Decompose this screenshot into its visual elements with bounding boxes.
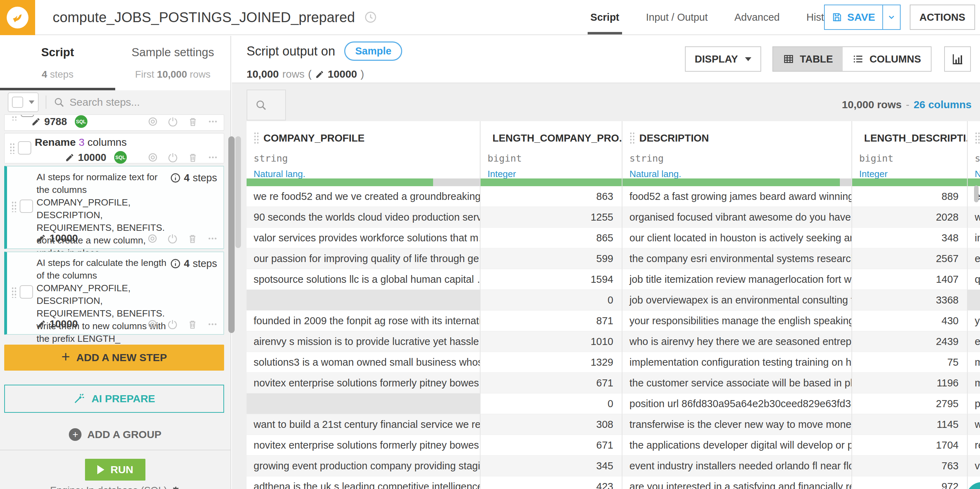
cell[interactable]: 972 xyxy=(852,476,968,489)
step-card-ai-length[interactable]: AI steps for calculate the length of the… xyxy=(4,252,224,335)
cell[interactable]: novitex enterprise solutions formerly pi… xyxy=(247,435,480,456)
cell[interactable]: food52 a fast growing james beard award … xyxy=(622,186,852,207)
step-checkbox[interactable] xyxy=(20,199,33,213)
table-view-button[interactable]: TABLE xyxy=(773,47,843,71)
cell[interactable]: 871 xyxy=(480,311,622,331)
cell[interactable]: ec xyxy=(968,248,980,269)
cell[interactable]: 308 xyxy=(480,414,622,435)
cell[interactable]: yo xyxy=(968,311,980,331)
cell[interactable]: growing event production company providi… xyxy=(247,456,480,476)
cell[interactable]: your responsibilities manage the english… xyxy=(622,311,852,331)
cell[interactable] xyxy=(968,290,980,311)
cell[interactable]: solutions3 is a woman owned small busine… xyxy=(247,352,480,373)
step-card-ai-normalize[interactable]: AI steps for normalize text for the colu… xyxy=(4,166,224,249)
cell[interactable]: 1704 xyxy=(852,435,968,456)
disable-step-icon[interactable] xyxy=(167,152,178,162)
cell[interactable]: 889 xyxy=(852,186,968,207)
cell[interactable]: 763 xyxy=(852,456,968,476)
cell[interactable]: founded in 2009 the fonpit ag rose with … xyxy=(247,311,480,331)
cell[interactable]: 0 xyxy=(480,393,622,414)
drag-handle-icon[interactable] xyxy=(10,143,14,154)
highlight-icon[interactable] xyxy=(147,233,158,244)
columns-summary-link[interactable]: 26 columns xyxy=(913,99,972,111)
column-meaning[interactable]: Natural lang. xyxy=(254,169,480,180)
run-button[interactable]: RUN xyxy=(85,459,145,481)
cell[interactable] xyxy=(247,290,480,311)
columns-view-button[interactable]: COLUMNS xyxy=(843,47,931,71)
tab-script[interactable]: Script xyxy=(590,0,619,34)
cell[interactable]: novitex enterprise solutions formerly pi… xyxy=(247,373,480,393)
table-search-box[interactable] xyxy=(247,89,286,121)
cell[interactable]: im xyxy=(968,228,980,248)
cell[interactable]: our passion for improving quality of lif… xyxy=(247,248,480,269)
cell[interactable]: who is airenvy hey there we are seasoned… xyxy=(622,331,852,352)
cell[interactable]: job title itemization review managerloca… xyxy=(622,269,852,290)
cell[interactable]: 3368 xyxy=(852,290,968,311)
cell[interactable]: qu xyxy=(968,269,980,290)
delete-step-icon[interactable] xyxy=(187,233,198,244)
cell[interactable]: re xyxy=(968,435,980,456)
cell[interactable]: 1594 xyxy=(480,269,622,290)
info-icon[interactable] xyxy=(170,172,181,183)
cell[interactable]: va xyxy=(968,456,980,476)
column-header[interactable]: REQUIREMENTSstringNatural lang. xyxy=(968,121,980,186)
cell[interactable] xyxy=(247,393,480,414)
highlight-icon[interactable] xyxy=(147,319,158,330)
column-drag-handle-icon[interactable] xyxy=(630,132,634,144)
disable-step-icon[interactable] xyxy=(167,116,178,127)
column-drag-handle-icon[interactable] xyxy=(975,132,980,144)
cell[interactable]: 1010 xyxy=(480,331,622,352)
cell[interactable]: implementation configuration testing tra… xyxy=(622,352,852,373)
column-meaning[interactable]: Natural lang. xyxy=(630,169,851,180)
column-meaning[interactable]: Natural lang. xyxy=(975,169,980,180)
cell[interactable]: the applications developer digital will … xyxy=(622,435,852,456)
cell[interactable]: 75 xyxy=(852,352,968,373)
search-steps-input[interactable] xyxy=(70,96,182,108)
cell[interactable]: 1329 xyxy=(480,352,622,373)
charts-button[interactable] xyxy=(944,46,971,72)
drag-handle-icon[interactable] xyxy=(11,115,16,121)
add-new-step-button[interactable]: + ADD A NEW STEP xyxy=(4,345,224,371)
cell[interactable]: m xyxy=(968,373,980,393)
cell[interactable]: 1196 xyxy=(852,373,968,393)
sample-badge[interactable]: Sample xyxy=(344,41,402,61)
drag-handle-icon[interactable] xyxy=(11,201,16,212)
disable-step-icon[interactable] xyxy=(167,319,178,330)
more-options-icon[interactable] xyxy=(207,319,218,330)
delete-step-icon[interactable] xyxy=(188,116,198,127)
delete-step-icon[interactable] xyxy=(187,319,198,330)
cell[interactable]: 2795 xyxy=(852,393,968,414)
sidebar-scrollbar[interactable] xyxy=(228,136,235,333)
drag-handle-icon[interactable] xyxy=(11,287,16,298)
cell[interactable]: 865 xyxy=(480,228,622,248)
column-header[interactable]: DESCRIPTIONstringNatural lang. xyxy=(622,121,852,186)
info-icon[interactable] xyxy=(170,258,181,269)
save-button[interactable]: SAVE xyxy=(824,5,900,30)
cell[interactable]: ex xyxy=(968,331,980,352)
highlight-icon[interactable] xyxy=(148,152,158,162)
cell[interactable]: 423 xyxy=(480,476,622,489)
cell[interactable]: 0 xyxy=(480,290,622,311)
delete-step-icon[interactable] xyxy=(188,152,198,162)
cell[interactable]: our client located in houston is activel… xyxy=(622,228,852,248)
disable-step-icon[interactable] xyxy=(167,233,178,244)
cell[interactable]: 863 xyxy=(480,186,622,207)
step-card-partial[interactable]: 9788 SQL xyxy=(4,115,224,131)
cell[interactable]: 2439 xyxy=(852,331,968,352)
display-dropdown-button[interactable]: DISPLAY xyxy=(685,46,761,72)
cell[interactable]: the customer service associate will be b… xyxy=(622,373,852,393)
cell[interactable]: 1407 xyxy=(852,269,968,290)
cell[interactable]: 1255 xyxy=(480,207,622,228)
step-checkbox[interactable] xyxy=(18,141,31,155)
cell[interactable]: 345 xyxy=(480,456,622,476)
gear-icon[interactable] xyxy=(171,486,181,489)
column-header[interactable]: COMPANY_PROFILEstringNatural lang. xyxy=(247,121,480,186)
tab-sample-settings[interactable]: Sample settings First 10,000 rows xyxy=(115,36,231,90)
table-scrollbar[interactable] xyxy=(974,185,978,202)
tab-script[interactable]: Script 4 steps xyxy=(0,36,115,90)
select-all-checkbox[interactable] xyxy=(12,97,23,108)
add-group-button[interactable]: + ADD A GROUP xyxy=(0,428,231,441)
column-header[interactable]: LENGTH_COMPANY_PRO...bigintInteger xyxy=(480,121,622,186)
cell[interactable]: we re food52 and we ve created a groundb… xyxy=(247,186,480,207)
cell[interactable]: w xyxy=(968,207,980,228)
